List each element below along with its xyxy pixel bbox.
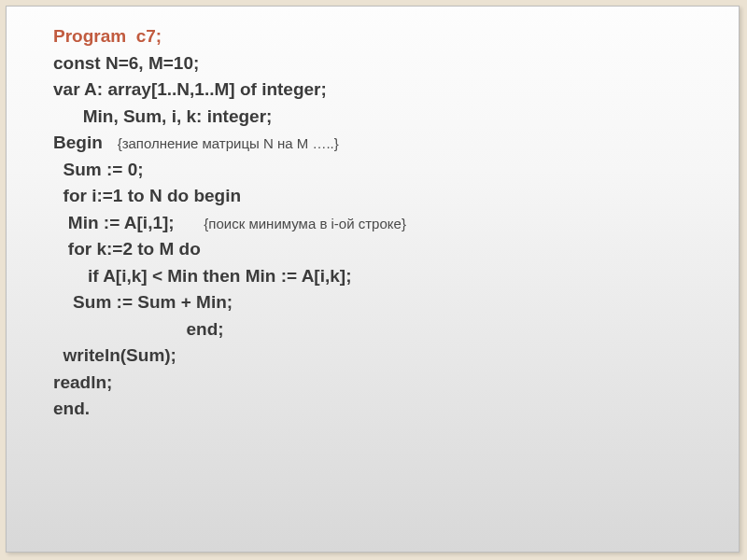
code-line-12: end;	[53, 319, 224, 339]
code-line-8: Min := A[i,1];	[53, 213, 204, 232]
code-line-13: writeln(Sum);	[53, 345, 176, 365]
code-line-8-comment: {поиск минимума в i-ой строке}	[204, 216, 406, 231]
pascal-code-block: Program c7; const N=6, M=10; var A: arra…	[53, 23, 711, 423]
code-line-4: Min, Sum, i, k: integer;	[53, 106, 272, 126]
code-line-5-comment: {заполнение матрицы N на M …..}	[118, 135, 339, 151]
code-line-9: for k:=2 to M do	[53, 239, 201, 259]
code-line-11: Sum := Sum + Min;	[53, 292, 233, 312]
code-line-6: Sum := 0;	[53, 160, 144, 179]
code-line-1-program: Program c7;	[53, 26, 162, 46]
code-line-5-begin: Begin	[53, 133, 118, 152]
code-line-7: for i:=1 to N do begin	[53, 186, 241, 205]
slide-panel: Program c7; const N=6, M=10; var A: arra…	[6, 6, 740, 553]
code-line-14: readln;	[53, 372, 112, 392]
code-line-2: const N=6, M=10;	[53, 53, 199, 73]
code-line-15: end.	[53, 399, 90, 418]
code-line-10: if A[i,k] < Min then Min := A[i,k];	[53, 266, 351, 286]
code-line-3: var A: array[1..N,1..M] of integer;	[53, 79, 327, 99]
